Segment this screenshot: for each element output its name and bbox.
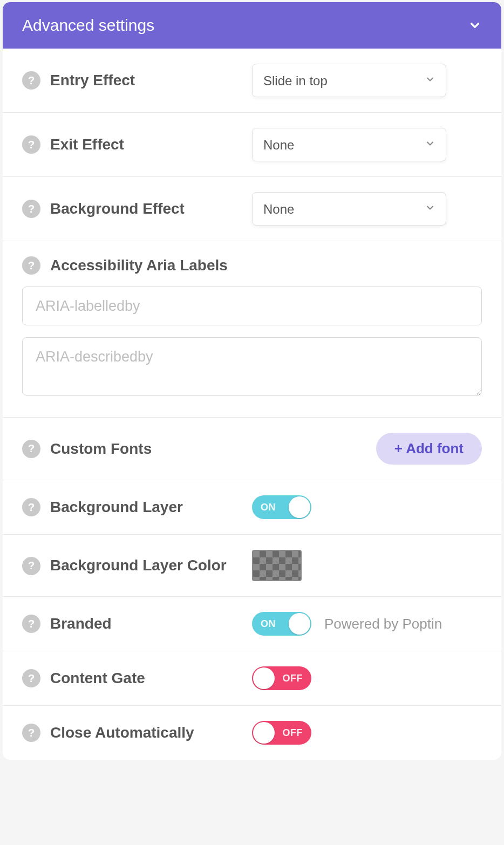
content-gate-toggle[interactable]: OFF bbox=[252, 666, 311, 690]
row-content-gate: ? Content Gate OFF bbox=[3, 651, 501, 706]
background-layer-color-label: Background Layer Color bbox=[50, 555, 227, 577]
exit-effect-select[interactable]: None bbox=[252, 128, 446, 161]
help-icon[interactable]: ? bbox=[22, 135, 40, 154]
toggle-knob bbox=[289, 613, 310, 635]
help-icon[interactable]: ? bbox=[22, 724, 40, 742]
entry-effect-select[interactable]: Slide in top bbox=[252, 64, 446, 97]
toggle-state-label: ON bbox=[261, 618, 276, 630]
branded-toggle[interactable]: ON bbox=[252, 612, 311, 636]
row-close-automatically: ? Close Automatically OFF bbox=[3, 706, 501, 760]
toggle-knob bbox=[289, 496, 310, 518]
custom-fonts-label: Custom Fonts bbox=[50, 440, 152, 458]
entry-effect-label: Entry Effect bbox=[50, 72, 135, 89]
panel-header[interactable]: Advanced settings bbox=[3, 2, 501, 49]
branded-label: Branded bbox=[50, 615, 112, 632]
row-branded: ? Branded ON Powered by Poptin bbox=[3, 597, 501, 651]
toggle-state-label: OFF bbox=[283, 727, 303, 739]
accessibility-label: Accessibility Aria Labels bbox=[50, 257, 228, 274]
row-background-effect: ? Background Effect None bbox=[3, 177, 501, 241]
help-icon[interactable]: ? bbox=[22, 200, 40, 218]
row-accessibility: ? Accessibility Aria Labels bbox=[3, 241, 501, 418]
help-icon[interactable]: ? bbox=[22, 669, 40, 687]
close-automatically-label: Close Automatically bbox=[50, 724, 194, 741]
close-automatically-toggle[interactable]: OFF bbox=[252, 721, 311, 745]
exit-effect-label: Exit Effect bbox=[50, 136, 124, 153]
toggle-state-label: ON bbox=[261, 502, 276, 513]
advanced-settings-panel: Advanced settings ? Entry Effect Slide i… bbox=[3, 2, 501, 760]
chevron-down-icon bbox=[468, 18, 482, 32]
panel-header-title: Advanced settings bbox=[22, 16, 154, 35]
background-layer-label: Background Layer bbox=[50, 499, 183, 516]
toggle-state-label: OFF bbox=[283, 673, 303, 684]
background-effect-select[interactable]: None bbox=[252, 192, 446, 226]
row-background-layer-color: ? Background Layer Color bbox=[3, 535, 501, 597]
row-entry-effect: ? Entry Effect Slide in top bbox=[3, 49, 501, 113]
row-background-layer: ? Background Layer ON bbox=[3, 480, 501, 535]
content-gate-label: Content Gate bbox=[50, 670, 145, 687]
help-icon[interactable]: ? bbox=[22, 498, 40, 516]
branded-subtext: Powered by Poptin bbox=[324, 616, 442, 632]
aria-labelledby-input[interactable] bbox=[22, 287, 482, 325]
help-icon[interactable]: ? bbox=[22, 440, 40, 458]
background-effect-label: Background Effect bbox=[50, 200, 185, 217]
help-icon[interactable]: ? bbox=[22, 557, 40, 575]
background-layer-toggle[interactable]: ON bbox=[252, 495, 311, 519]
help-icon[interactable]: ? bbox=[22, 256, 40, 275]
row-custom-fonts: ? Custom Fonts + Add font bbox=[3, 418, 501, 480]
toggle-knob bbox=[253, 722, 275, 744]
add-font-button[interactable]: + Add font bbox=[376, 433, 482, 465]
row-exit-effect: ? Exit Effect None bbox=[3, 113, 501, 177]
aria-describedby-textarea[interactable] bbox=[22, 337, 482, 396]
toggle-knob bbox=[253, 667, 275, 689]
help-icon[interactable]: ? bbox=[22, 71, 40, 90]
help-icon[interactable]: ? bbox=[22, 615, 40, 633]
background-layer-color-swatch[interactable] bbox=[252, 550, 302, 581]
